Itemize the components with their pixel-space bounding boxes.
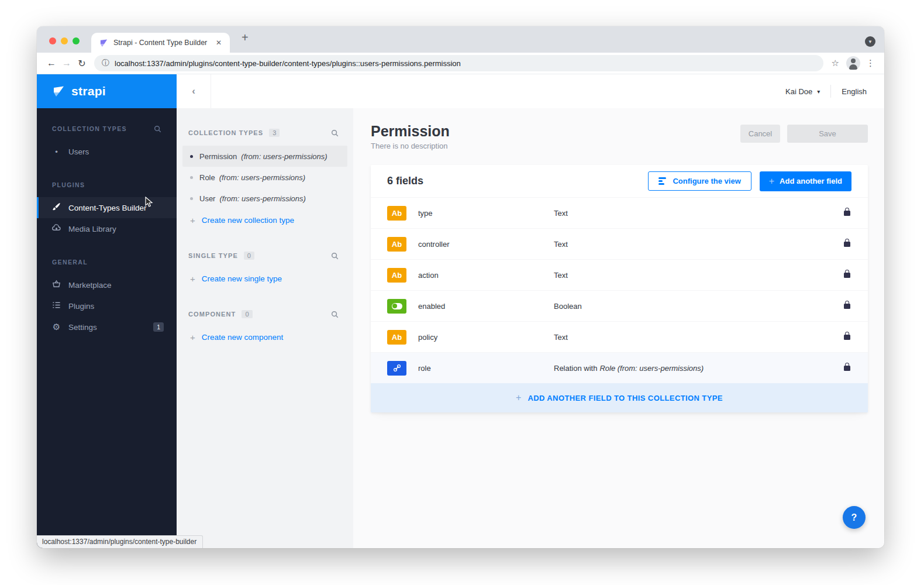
- bookmark-icon[interactable]: ☆: [832, 58, 839, 68]
- site-info-icon[interactable]: ⓘ: [102, 58, 109, 68]
- field-type-detail: Role (from: users-permissions): [599, 364, 704, 373]
- cancel-button[interactable]: Cancel: [740, 125, 780, 143]
- create-single-type-link[interactable]: + Create new single type: [182, 269, 347, 288]
- new-tab-button[interactable]: +: [238, 31, 252, 44]
- browser-profile-avatar[interactable]: [846, 56, 860, 70]
- plus-icon: +: [769, 176, 774, 187]
- fields-card: 6 fields Configure the view + Add anothe…: [371, 165, 868, 412]
- configure-view-button[interactable]: Configure the view: [648, 171, 751, 191]
- field-type: Text: [554, 209, 844, 218]
- add-field-banner[interactable]: + ADD ANOTHER FIELD TO THIS COLLECTION T…: [371, 383, 868, 412]
- configure-view-label: Configure the view: [673, 177, 740, 185]
- field-type: Text: [554, 333, 844, 342]
- section-label: COLLECTION TYPES: [52, 125, 127, 132]
- refresh-icon[interactable]: ↻: [74, 58, 89, 69]
- search-icon[interactable]: [331, 252, 339, 260]
- browser-tab[interactable]: Strapi - Content Type Builder ✕: [91, 33, 230, 53]
- panel-section-single-type: SINGLE TYPE 0 + Create new single type: [177, 249, 353, 288]
- field-row-policy[interactable]: Ab policy Text: [371, 321, 868, 352]
- bullet-icon: [190, 155, 193, 158]
- minimize-window-button[interactable]: [61, 37, 68, 44]
- search-icon[interactable]: [154, 125, 161, 133]
- bullet-icon: •: [52, 147, 61, 156]
- plus-icon: +: [190, 332, 195, 342]
- collection-type-role[interactable]: Role (from: users-permissions): [182, 167, 347, 188]
- collection-type-permission[interactable]: Permission (from: users-permissions): [182, 146, 347, 167]
- lock-icon: [844, 335, 850, 340]
- section-label: GENERAL: [52, 259, 88, 266]
- header-divider: [830, 85, 831, 98]
- search-icon[interactable]: [331, 311, 339, 318]
- field-name: action: [418, 271, 554, 280]
- field-name: role: [418, 364, 554, 373]
- panel-label: SINGLE TYPE: [188, 252, 238, 259]
- collection-type-suffix: (from: users-permissions): [219, 173, 305, 182]
- field-row-enabled[interactable]: enabled Boolean: [371, 290, 868, 321]
- maximize-window-button[interactable]: [73, 37, 80, 44]
- tab-close-icon[interactable]: ✕: [213, 37, 224, 48]
- field-row-role[interactable]: role Relation with Role (from: users-per…: [371, 352, 868, 383]
- save-button[interactable]: Save: [787, 125, 868, 143]
- language-selector[interactable]: English: [842, 87, 867, 96]
- collection-type-name: Permission: [199, 152, 237, 161]
- close-window-button[interactable]: [49, 37, 56, 44]
- banner-label: ADD ANOTHER FIELD TO THIS COLLECTION TYP…: [527, 394, 722, 402]
- url-text[interactable]: localhost:1337/admin/plugins/content-typ…: [115, 59, 461, 68]
- field-type: Text: [554, 240, 844, 249]
- field-row-action[interactable]: Ab action Text: [371, 259, 868, 290]
- sidebar-section-plugins: PLUGINS: [37, 178, 177, 191]
- back-button[interactable]: ‹: [177, 74, 211, 108]
- field-type: Text: [554, 271, 844, 280]
- field-name: type: [418, 209, 554, 218]
- create-component-link[interactable]: + Create new component: [182, 327, 347, 347]
- chevron-down-icon[interactable]: ▾: [817, 88, 820, 95]
- text-field-icon: Ab: [387, 206, 406, 221]
- field-row-type[interactable]: Ab type Text: [371, 197, 868, 228]
- panel-count-badge: 3: [269, 129, 280, 137]
- sidebar-item-plugins[interactable]: Plugins: [37, 295, 177, 316]
- sidebar-item-label: Users: [68, 147, 89, 156]
- lock-icon: [844, 242, 850, 247]
- add-another-field-button[interactable]: + Add another field: [760, 171, 851, 191]
- url-bar[interactable]: ⓘ localhost:1337/admin/plugins/content-t…: [94, 55, 823, 71]
- search-icon[interactable]: [331, 129, 339, 137]
- section-label: PLUGINS: [52, 181, 85, 188]
- panel-label: COLLECTION TYPES: [188, 129, 263, 136]
- user-menu[interactable]: Kai Doe: [785, 87, 812, 96]
- create-link-label: Create new collection type: [202, 216, 294, 225]
- boolean-field-icon: [387, 299, 406, 314]
- text-field-icon: Ab: [387, 268, 406, 283]
- sidebar-item-marketplace[interactable]: Marketplace: [37, 274, 177, 295]
- strapi-logo-icon: [52, 84, 66, 98]
- sidebar-item-users[interactable]: • Users: [37, 141, 177, 162]
- sidebar-item-content-types-builder[interactable]: Content-Types Builder: [37, 197, 177, 218]
- lock-icon: [844, 273, 850, 278]
- tab-search-button[interactable]: ▼: [865, 36, 875, 47]
- strapi-logo[interactable]: strapi: [37, 74, 177, 108]
- field-row-controller[interactable]: Ab controller Text: [371, 228, 868, 259]
- collection-type-user[interactable]: User (from: users-permissions): [182, 188, 347, 209]
- field-type-prefix: Relation with: [554, 364, 597, 373]
- sidebar-item-media-library[interactable]: Media Library: [37, 218, 177, 239]
- lock-icon: [844, 366, 850, 371]
- lock-icon: [844, 304, 850, 309]
- panel-count-badge: 0: [244, 252, 254, 260]
- collection-type-name: User: [199, 194, 215, 203]
- panel-section-component: COMPONENT 0 + Create new component: [177, 307, 353, 347]
- collection-type-suffix: (from: users-permissions): [241, 152, 327, 161]
- text-field-icon: Ab: [387, 237, 406, 252]
- list-icon: [52, 301, 61, 311]
- add-field-label: Add another field: [780, 177, 842, 185]
- back-icon[interactable]: ←: [44, 58, 59, 68]
- sidebar-nav: COLLECTION TYPES • Users PLUGINS: [37, 108, 177, 338]
- sidebar-item-settings[interactable]: ⚙ Settings 1: [37, 316, 177, 338]
- sidebar-item-label: Plugins: [68, 302, 94, 311]
- create-collection-type-link[interactable]: + Create new collection type: [182, 210, 347, 230]
- traffic-lights: [49, 37, 80, 44]
- strapi-admin: strapi COLLECTION TYPES • Users PLUGINS: [37, 74, 884, 548]
- panel-count-badge: 0: [242, 310, 252, 318]
- browser-menu-icon[interactable]: ⋮: [866, 58, 875, 68]
- forward-icon[interactable]: →: [59, 58, 74, 68]
- help-button[interactable]: ?: [843, 506, 866, 529]
- field-name: controller: [418, 240, 554, 249]
